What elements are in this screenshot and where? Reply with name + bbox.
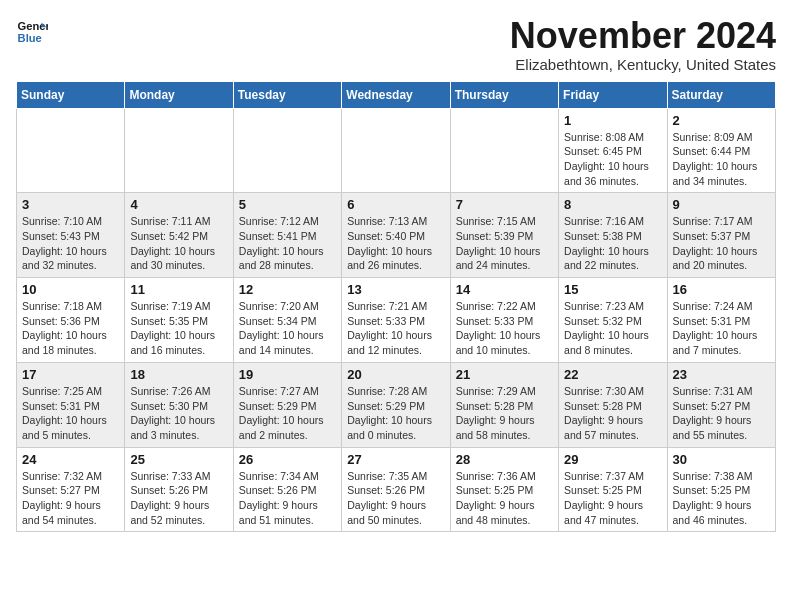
- day-number: 2: [673, 113, 770, 128]
- table-cell: 10Sunrise: 7:18 AM Sunset: 5:36 PM Dayli…: [17, 278, 125, 363]
- calendar-week-4: 17Sunrise: 7:25 AM Sunset: 5:31 PM Dayli…: [17, 362, 776, 447]
- logo-icon: General Blue: [16, 16, 48, 48]
- title-area: November 2024 Elizabethtown, Kentucky, U…: [510, 16, 776, 73]
- day-info: Sunrise: 7:34 AM Sunset: 5:26 PM Dayligh…: [239, 469, 336, 528]
- table-cell: 7Sunrise: 7:15 AM Sunset: 5:39 PM Daylig…: [450, 193, 558, 278]
- table-cell: 4Sunrise: 7:11 AM Sunset: 5:42 PM Daylig…: [125, 193, 233, 278]
- day-info: Sunrise: 8:09 AM Sunset: 6:44 PM Dayligh…: [673, 130, 770, 189]
- table-cell: 29Sunrise: 7:37 AM Sunset: 5:25 PM Dayli…: [559, 447, 667, 532]
- table-cell: 27Sunrise: 7:35 AM Sunset: 5:26 PM Dayli…: [342, 447, 450, 532]
- header-monday: Monday: [125, 81, 233, 108]
- day-number: 11: [130, 282, 227, 297]
- table-cell: 12Sunrise: 7:20 AM Sunset: 5:34 PM Dayli…: [233, 278, 341, 363]
- day-info: Sunrise: 7:19 AM Sunset: 5:35 PM Dayligh…: [130, 299, 227, 358]
- day-number: 7: [456, 197, 553, 212]
- table-cell: 30Sunrise: 7:38 AM Sunset: 5:25 PM Dayli…: [667, 447, 775, 532]
- day-number: 5: [239, 197, 336, 212]
- logo: General Blue: [16, 16, 48, 48]
- day-info: Sunrise: 7:27 AM Sunset: 5:29 PM Dayligh…: [239, 384, 336, 443]
- day-info: Sunrise: 7:31 AM Sunset: 5:27 PM Dayligh…: [673, 384, 770, 443]
- calendar-header-row: Sunday Monday Tuesday Wednesday Thursday…: [17, 81, 776, 108]
- day-info: Sunrise: 7:38 AM Sunset: 5:25 PM Dayligh…: [673, 469, 770, 528]
- day-number: 18: [130, 367, 227, 382]
- table-cell: 18Sunrise: 7:26 AM Sunset: 5:30 PM Dayli…: [125, 362, 233, 447]
- header-sunday: Sunday: [17, 81, 125, 108]
- table-cell: [342, 108, 450, 193]
- day-number: 8: [564, 197, 661, 212]
- table-cell: [233, 108, 341, 193]
- table-cell: 14Sunrise: 7:22 AM Sunset: 5:33 PM Dayli…: [450, 278, 558, 363]
- table-cell: [125, 108, 233, 193]
- day-info: Sunrise: 7:33 AM Sunset: 5:26 PM Dayligh…: [130, 469, 227, 528]
- header-wednesday: Wednesday: [342, 81, 450, 108]
- day-number: 4: [130, 197, 227, 212]
- table-cell: 13Sunrise: 7:21 AM Sunset: 5:33 PM Dayli…: [342, 278, 450, 363]
- day-number: 10: [22, 282, 119, 297]
- header-saturday: Saturday: [667, 81, 775, 108]
- table-cell: 8Sunrise: 7:16 AM Sunset: 5:38 PM Daylig…: [559, 193, 667, 278]
- day-info: Sunrise: 7:11 AM Sunset: 5:42 PM Dayligh…: [130, 214, 227, 273]
- day-number: 27: [347, 452, 444, 467]
- day-info: Sunrise: 7:25 AM Sunset: 5:31 PM Dayligh…: [22, 384, 119, 443]
- header-tuesday: Tuesday: [233, 81, 341, 108]
- table-cell: 6Sunrise: 7:13 AM Sunset: 5:40 PM Daylig…: [342, 193, 450, 278]
- day-number: 22: [564, 367, 661, 382]
- day-info: Sunrise: 7:10 AM Sunset: 5:43 PM Dayligh…: [22, 214, 119, 273]
- table-cell: 26Sunrise: 7:34 AM Sunset: 5:26 PM Dayli…: [233, 447, 341, 532]
- day-number: 26: [239, 452, 336, 467]
- day-number: 15: [564, 282, 661, 297]
- calendar-week-1: 1Sunrise: 8:08 AM Sunset: 6:45 PM Daylig…: [17, 108, 776, 193]
- table-cell: 23Sunrise: 7:31 AM Sunset: 5:27 PM Dayli…: [667, 362, 775, 447]
- day-number: 29: [564, 452, 661, 467]
- table-cell: 15Sunrise: 7:23 AM Sunset: 5:32 PM Dayli…: [559, 278, 667, 363]
- day-number: 13: [347, 282, 444, 297]
- day-info: Sunrise: 7:28 AM Sunset: 5:29 PM Dayligh…: [347, 384, 444, 443]
- day-info: Sunrise: 7:29 AM Sunset: 5:28 PM Dayligh…: [456, 384, 553, 443]
- day-number: 6: [347, 197, 444, 212]
- day-number: 30: [673, 452, 770, 467]
- day-info: Sunrise: 7:37 AM Sunset: 5:25 PM Dayligh…: [564, 469, 661, 528]
- table-cell: 9Sunrise: 7:17 AM Sunset: 5:37 PM Daylig…: [667, 193, 775, 278]
- day-info: Sunrise: 7:18 AM Sunset: 5:36 PM Dayligh…: [22, 299, 119, 358]
- day-number: 1: [564, 113, 661, 128]
- day-info: Sunrise: 7:15 AM Sunset: 5:39 PM Dayligh…: [456, 214, 553, 273]
- day-number: 19: [239, 367, 336, 382]
- day-info: Sunrise: 8:08 AM Sunset: 6:45 PM Dayligh…: [564, 130, 661, 189]
- day-number: 16: [673, 282, 770, 297]
- day-number: 20: [347, 367, 444, 382]
- table-cell: 16Sunrise: 7:24 AM Sunset: 5:31 PM Dayli…: [667, 278, 775, 363]
- day-number: 3: [22, 197, 119, 212]
- day-info: Sunrise: 7:20 AM Sunset: 5:34 PM Dayligh…: [239, 299, 336, 358]
- day-info: Sunrise: 7:32 AM Sunset: 5:27 PM Dayligh…: [22, 469, 119, 528]
- calendar-table: Sunday Monday Tuesday Wednesday Thursday…: [16, 81, 776, 533]
- day-info: Sunrise: 7:13 AM Sunset: 5:40 PM Dayligh…: [347, 214, 444, 273]
- table-cell: [17, 108, 125, 193]
- day-info: Sunrise: 7:12 AM Sunset: 5:41 PM Dayligh…: [239, 214, 336, 273]
- day-info: Sunrise: 7:21 AM Sunset: 5:33 PM Dayligh…: [347, 299, 444, 358]
- location: Elizabethtown, Kentucky, United States: [510, 56, 776, 73]
- day-number: 28: [456, 452, 553, 467]
- day-info: Sunrise: 7:35 AM Sunset: 5:26 PM Dayligh…: [347, 469, 444, 528]
- table-cell: 3Sunrise: 7:10 AM Sunset: 5:43 PM Daylig…: [17, 193, 125, 278]
- day-info: Sunrise: 7:23 AM Sunset: 5:32 PM Dayligh…: [564, 299, 661, 358]
- table-cell: 25Sunrise: 7:33 AM Sunset: 5:26 PM Dayli…: [125, 447, 233, 532]
- table-cell: 2Sunrise: 8:09 AM Sunset: 6:44 PM Daylig…: [667, 108, 775, 193]
- table-cell: 1Sunrise: 8:08 AM Sunset: 6:45 PM Daylig…: [559, 108, 667, 193]
- day-info: Sunrise: 7:36 AM Sunset: 5:25 PM Dayligh…: [456, 469, 553, 528]
- day-info: Sunrise: 7:16 AM Sunset: 5:38 PM Dayligh…: [564, 214, 661, 273]
- table-cell: 21Sunrise: 7:29 AM Sunset: 5:28 PM Dayli…: [450, 362, 558, 447]
- day-number: 24: [22, 452, 119, 467]
- table-cell: 17Sunrise: 7:25 AM Sunset: 5:31 PM Dayli…: [17, 362, 125, 447]
- day-info: Sunrise: 7:17 AM Sunset: 5:37 PM Dayligh…: [673, 214, 770, 273]
- calendar-week-5: 24Sunrise: 7:32 AM Sunset: 5:27 PM Dayli…: [17, 447, 776, 532]
- day-info: Sunrise: 7:24 AM Sunset: 5:31 PM Dayligh…: [673, 299, 770, 358]
- day-info: Sunrise: 7:30 AM Sunset: 5:28 PM Dayligh…: [564, 384, 661, 443]
- day-info: Sunrise: 7:26 AM Sunset: 5:30 PM Dayligh…: [130, 384, 227, 443]
- day-info: Sunrise: 7:22 AM Sunset: 5:33 PM Dayligh…: [456, 299, 553, 358]
- table-cell: 20Sunrise: 7:28 AM Sunset: 5:29 PM Dayli…: [342, 362, 450, 447]
- table-cell: 28Sunrise: 7:36 AM Sunset: 5:25 PM Dayli…: [450, 447, 558, 532]
- svg-text:Blue: Blue: [18, 32, 42, 44]
- day-number: 12: [239, 282, 336, 297]
- day-number: 17: [22, 367, 119, 382]
- day-number: 21: [456, 367, 553, 382]
